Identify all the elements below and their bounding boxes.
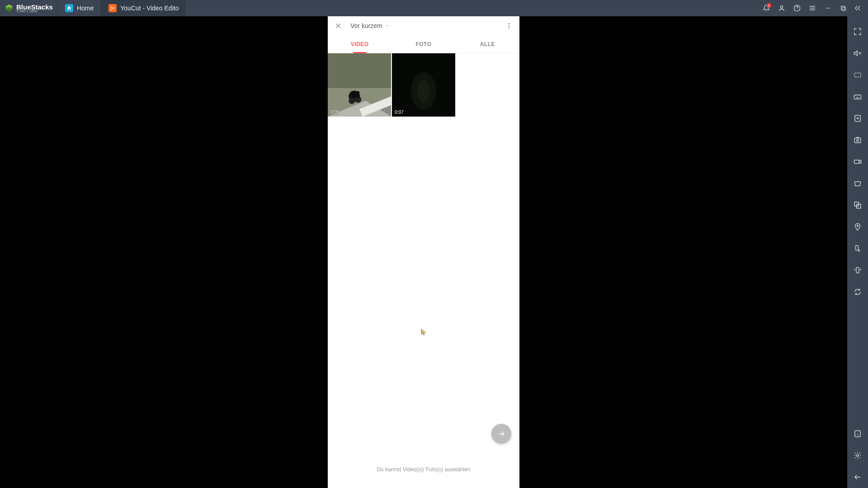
album-dropdown-label: Vor kurzem [350, 22, 382, 29]
right-sidebar [847, 0, 868, 488]
tab-foto[interactable]: FOTO [392, 35, 455, 53]
minimize-button[interactable] [821, 1, 835, 15]
home-icon [65, 4, 73, 12]
mouse-cursor-icon [420, 328, 427, 336]
svg-rect-33 [352, 91, 359, 98]
tab-video[interactable]: VIDEO [328, 35, 392, 53]
svg-rect-19 [856, 267, 859, 273]
album-dropdown[interactable]: Vor kurzem [350, 22, 390, 29]
keyboard-icon[interactable] [847, 90, 868, 103]
video-thumbnail[interactable]: 0:09 [328, 53, 391, 117]
volume-mute-icon[interactable] [847, 47, 868, 60]
youcut-app-icon [108, 4, 117, 12]
guide-icon[interactable] [847, 427, 868, 440]
svg-point-13 [857, 140, 859, 142]
svg-point-21 [857, 455, 859, 457]
bluestacks-logo-icon [5, 4, 14, 13]
close-picker-button[interactable] [332, 20, 344, 32]
fullscreen-icon[interactable] [847, 25, 868, 38]
svg-point-23 [509, 25, 510, 27]
screenshot-icon[interactable] [847, 134, 868, 146]
brand: BlueStacks 4.280.1.1002 [0, 0, 57, 16]
svg-rect-18 [856, 245, 859, 250]
empty-area [328, 117, 519, 488]
chevron-down-icon [385, 23, 390, 28]
media-type-tabs: VIDEO FOTO ALLE [328, 35, 519, 53]
install-apk-icon[interactable] [847, 112, 868, 125]
app-stage: Vor kurzem VIDEO FOTO ALLE [0, 16, 847, 488]
account-button[interactable] [775, 1, 788, 15]
svg-point-22 [509, 23, 510, 24]
record-icon[interactable] [847, 155, 868, 168]
tab-foto-label: FOTO [415, 41, 431, 47]
svg-point-5 [780, 6, 783, 8]
svg-rect-12 [854, 138, 861, 143]
sync-icon[interactable] [847, 286, 868, 298]
tab-youcut-label: YouCut - Video Edito [120, 5, 179, 12]
youcut-panel: Vor kurzem VIDEO FOTO ALLE [328, 16, 519, 488]
shake-icon[interactable] [847, 264, 868, 277]
video-thumbnail[interactable]: 0:07 [392, 53, 455, 117]
multi-instance-icon[interactable] [847, 199, 868, 211]
selection-hint: Du kannst Video(s)/ Foto(s) auswählen [328, 466, 519, 473]
svg-point-36 [417, 80, 430, 103]
tab-youcut[interactable]: YouCut - Video Edito [101, 0, 186, 16]
next-fab-button[interactable] [491, 424, 511, 444]
arrow-right-icon [497, 429, 506, 438]
collapse-sidebar-button[interactable] [847, 0, 868, 16]
dark-thumb-image [392, 53, 455, 117]
macro-icon[interactable] [847, 177, 868, 190]
settings-icon[interactable] [847, 449, 868, 462]
location-icon[interactable] [847, 221, 868, 233]
help-button[interactable] [790, 1, 804, 15]
tab-home[interactable]: Home [57, 0, 101, 16]
notification-badge: 1 [767, 3, 771, 8]
motorcycle-thumb-image [328, 53, 391, 117]
titlebar: BlueStacks 4.280.1.1002 Home YouCut - Vi… [0, 0, 868, 16]
tab-video-label: VIDEO [351, 41, 369, 47]
media-grid: 0:09 0:07 [328, 53, 519, 117]
back-nav-icon[interactable] [847, 471, 868, 483]
picker-header: Vor kurzem [328, 16, 519, 35]
notifications-button[interactable]: 1 [760, 1, 773, 15]
svg-rect-25 [328, 53, 391, 91]
svg-point-32 [349, 98, 355, 104]
keymap-icon[interactable] [847, 69, 868, 81]
svg-rect-10 [854, 95, 861, 99]
rotate-icon[interactable] [847, 242, 868, 255]
svg-point-17 [857, 225, 859, 226]
svg-rect-7 [841, 6, 844, 9]
menu-button[interactable] [806, 1, 819, 15]
svg-rect-14 [854, 160, 859, 164]
more-options-button[interactable] [503, 20, 515, 32]
svg-rect-9 [854, 73, 861, 77]
video-duration: 0:07 [395, 110, 403, 115]
tab-alle[interactable]: ALLE [456, 35, 519, 53]
svg-point-24 [509, 27, 510, 28]
tab-alle-label: ALLE [480, 41, 495, 47]
tab-home-label: Home [77, 5, 94, 12]
brand-version: 4.280.1.1002 [16, 9, 53, 13]
svg-rect-8 [842, 7, 845, 10]
video-duration: 0:09 [330, 110, 339, 115]
